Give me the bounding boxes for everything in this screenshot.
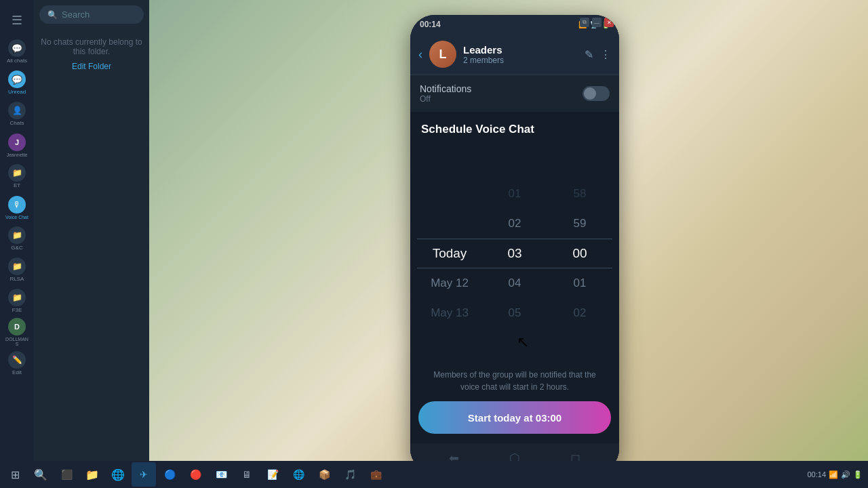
app5-button[interactable]: 📝 [260,462,285,487]
sidebar-item-edit[interactable]: ✏️ Edit [3,348,31,378]
sidebar-label-unread: Unread [8,89,26,95]
sidebar-label-voice-chat: Voice Chat [5,215,28,220]
time-picker[interactable]: Today May 12 May 13 01 02 03 04 05 58 59… [410,143,619,363]
sidebar-label-f3e: F3E [12,308,22,313]
back-button[interactable]: ‹ [418,47,422,62]
minute-item-0: 58 [553,179,607,209]
group-members: 2 members [463,56,578,65]
app6-button[interactable]: 🌐 [286,462,311,487]
hour-column: 01 02 03 04 05 [488,179,542,328]
notifications-toggle[interactable] [583,86,610,101]
date-item-selected: Today [422,239,477,268]
hour-item-3: 04 [488,268,542,298]
app4-button[interactable]: 🖥 [235,462,259,487]
phone-frame: 00:14 📶 📡 🔋 ⧉ — ✕ ‹ L Leaders 2 members … [410,15,619,473]
sidebar-label-et: ET [14,183,20,188]
sidebar-item-rlsa[interactable]: 📁 RLSA [3,255,31,285]
minute-column: 58 59 00 01 02 [553,179,607,328]
edit-icon[interactable]: ✎ [585,48,593,61]
taskbar-volume-icon: 🔊 [841,470,850,479]
sidebar-item-unread[interactable]: 💬 Unread [3,68,31,98]
sidebar-item-jeannette[interactable]: J Jeannette [3,130,31,160]
minimize-button[interactable]: — [592,18,601,27]
task-view-button[interactable]: ⬛ [54,462,79,487]
schedule-panel: Schedule Voice Chat Today May 12 May 13 … [410,112,619,473]
sidebar-icon-rail: ☰ 💬 All chats 💬 Unread 👤 Chats J Jeannet… [0,0,34,488]
hour-item-0: 01 [488,179,542,209]
hour-item-4: 05 [488,298,542,328]
app7-button[interactable]: 📦 [312,462,336,487]
sidebar-item-gc[interactable]: 📁 G&C [3,224,31,253]
date-item-0 [422,179,477,209]
sidebar-label-dollmans: DOLLMAN S [3,337,31,346]
edge-button[interactable]: 🌐 [106,462,130,487]
taskbar-icons: ⊞ 🔍 ⬛ 📁 🌐 ✈ 🔵 🔴 📧 🖥 📝 🌐 📦 🎵 💼 [0,462,391,487]
close-button[interactable]: ✕ [604,18,614,27]
hour-item-selected: 03 [488,239,542,268]
search-placeholder: Search [62,9,90,20]
taskbar-network-icon: 📶 [829,470,838,479]
app9-button[interactable]: 💼 [363,462,388,487]
minute-item-4: 02 [553,298,607,328]
minute-item-3: 01 [553,268,607,298]
sidebar-item-dollmans[interactable]: D DOLLMAN S [3,317,31,347]
chat-header: ‹ L Leaders 2 members ✎ ⋮ [410,34,619,75]
sidebar-panel: 🔍 Search No chats currently belong to th… [34,0,149,488]
sidebar-menu-button[interactable]: ☰ [3,5,31,35]
search-bar[interactable]: 🔍 Search [39,5,144,24]
app3-button[interactable]: 📧 [209,462,233,487]
telegram-button[interactable]: ✈ [132,462,156,487]
taskbar-battery-icon: 🔋 [853,470,863,479]
notifications-info: Notifications Off [420,83,471,104]
group-name: Leaders [463,44,578,56]
sidebar-item-et[interactable]: 📁 ET [3,161,31,191]
picker-columns: Today May 12 May 13 01 02 03 04 05 58 59… [417,179,612,328]
no-chats-message: No chats currently belong to this folder… [34,37,149,56]
search-taskbar-button[interactable]: 🔍 [28,462,53,487]
group-info: Leaders 2 members [463,44,578,65]
sidebar-item-voice-chat[interactable]: 🎙 Voice Chat [3,192,31,222]
restore-button[interactable]: ⧉ [580,18,589,27]
window-controls: ⧉ — ✕ [580,18,614,27]
file-explorer-button[interactable]: 📁 [80,462,104,487]
sidebar-label-edit: Edit [12,370,22,375]
sidebar-label-jeannette: Jeannette [7,152,28,157]
minute-item-1: 59 [553,209,607,239]
start-button[interactable]: ⊞ [3,462,27,487]
notifications-label: Notifications [420,83,471,94]
notifications-status: Off [420,94,471,104]
status-time: 00:14 [420,20,441,29]
group-avatar: L [429,41,456,68]
notify-text: Members of the group will be notified th… [410,363,619,401]
sidebar-item-chats[interactable]: 👤 Chats [3,99,31,129]
app8-button[interactable]: 🎵 [338,462,362,487]
more-icon[interactable]: ⋮ [600,48,611,61]
schedule-title: Schedule Voice Chat [410,112,619,143]
date-item-4: May 13 [422,298,477,328]
notifications-row: Notifications Off [410,75,619,112]
sidebar-label-rlsa: RLSA [10,277,24,282]
sidebar-label-all-chats: All chats [7,58,27,64]
taskbar: ⊞ 🔍 ⬛ 📁 🌐 ✈ 🔵 🔴 📧 🖥 📝 🌐 📦 🎵 💼 00:14 📶 🔊 … [0,461,868,488]
search-icon: 🔍 [47,10,58,20]
header-actions: ✎ ⋮ [585,48,611,61]
date-item-3: May 12 [422,268,477,298]
hour-item-1: 02 [488,209,542,239]
app1-button[interactable]: 🔵 [157,462,182,487]
taskbar-right: 00:14 📶 🔊 🔋 [807,470,868,479]
edit-folder-button[interactable]: Edit Folder [34,62,149,71]
sidebar-label-chats: Chats [10,121,24,126]
date-item-1 [422,209,477,239]
sidebar-label-gc: G&C [11,245,22,251]
date-column: Today May 12 May 13 [422,179,477,328]
app2-button[interactable]: 🔴 [183,462,208,487]
sidebar-item-all-chats[interactable]: 💬 All chats [3,37,31,66]
start-button[interactable]: Start today at 03:00 [418,401,611,434]
sidebar-item-f3e[interactable]: 📁 F3E [3,286,31,316]
taskbar-time: 00:14 [807,470,826,479]
minute-item-selected: 00 [553,239,607,268]
